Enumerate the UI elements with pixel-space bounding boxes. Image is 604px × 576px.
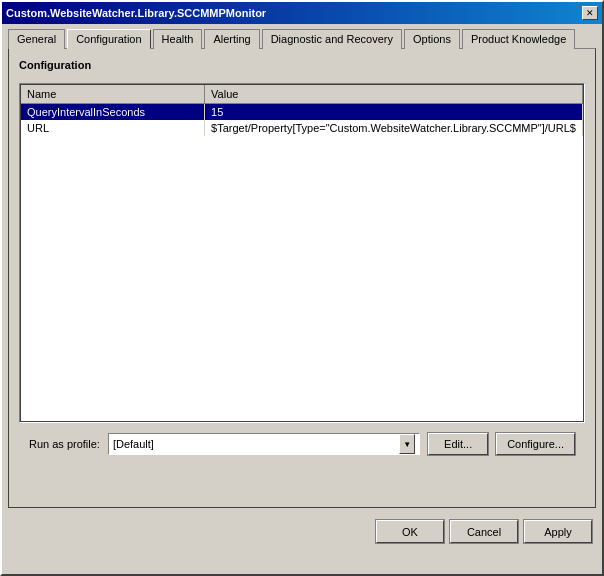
cell-name: URL bbox=[21, 120, 205, 136]
bottom-controls: Run as profile: [Default] ▼ Edit... Conf… bbox=[19, 427, 585, 461]
config-table-inner: Name Value QueryIntervalInSeconds15URL$T… bbox=[20, 84, 584, 422]
dropdown-arrow-icon[interactable]: ▼ bbox=[399, 434, 415, 454]
close-button[interactable]: ✕ bbox=[582, 6, 598, 20]
title-controls: ✕ bbox=[582, 6, 598, 20]
config-table-container: Name Value QueryIntervalInSeconds15URL$T… bbox=[19, 83, 585, 423]
dropdown-value: [Default] bbox=[113, 438, 154, 450]
tab-bar: General Configuration Health Alerting Di… bbox=[8, 28, 596, 48]
dialog-content: General Configuration Health Alerting Di… bbox=[2, 24, 602, 514]
panel-title: Configuration bbox=[19, 59, 585, 71]
configure-button[interactable]: Configure... bbox=[496, 433, 575, 455]
main-window: Custom.WebsiteWatcher.Library.SCCMMPMoni… bbox=[0, 0, 604, 576]
cell-value: $Target/Property[Type="Custom.WebsiteWat… bbox=[205, 120, 583, 136]
cell-value: 15 bbox=[205, 104, 583, 121]
config-table: Name Value QueryIntervalInSeconds15URL$T… bbox=[21, 85, 583, 136]
cancel-button[interactable]: Cancel bbox=[450, 520, 518, 543]
tab-alerting[interactable]: Alerting bbox=[204, 29, 259, 49]
cell-name: QueryIntervalInSeconds bbox=[21, 104, 205, 121]
apply-button[interactable]: Apply bbox=[524, 520, 592, 543]
run-as-dropdown[interactable]: [Default] ▼ bbox=[108, 433, 420, 455]
tab-panel-configuration: Configuration Name Value QueryIntervalIn… bbox=[8, 48, 596, 508]
col-name: Name bbox=[21, 85, 205, 104]
run-as-label: Run as profile: bbox=[29, 438, 100, 450]
table-row[interactable]: QueryIntervalInSeconds15 bbox=[21, 104, 583, 121]
dialog-buttons-bar: OK Cancel Apply bbox=[2, 514, 602, 551]
tab-options[interactable]: Options bbox=[404, 29, 460, 49]
tab-product-knowledge[interactable]: Product Knowledge bbox=[462, 29, 575, 49]
ok-button[interactable]: OK bbox=[376, 520, 444, 543]
tab-configuration[interactable]: Configuration bbox=[67, 29, 150, 49]
title-bar: Custom.WebsiteWatcher.Library.SCCMMPMoni… bbox=[2, 2, 602, 24]
window-title: Custom.WebsiteWatcher.Library.SCCMMPMoni… bbox=[6, 7, 266, 19]
table-row[interactable]: URL$Target/Property[Type="Custom.Website… bbox=[21, 120, 583, 136]
tab-diagnostic[interactable]: Diagnostic and Recovery bbox=[262, 29, 402, 49]
tab-health[interactable]: Health bbox=[153, 29, 203, 49]
tab-general[interactable]: General bbox=[8, 29, 65, 49]
col-value: Value bbox=[205, 85, 583, 104]
edit-button[interactable]: Edit... bbox=[428, 433, 488, 455]
